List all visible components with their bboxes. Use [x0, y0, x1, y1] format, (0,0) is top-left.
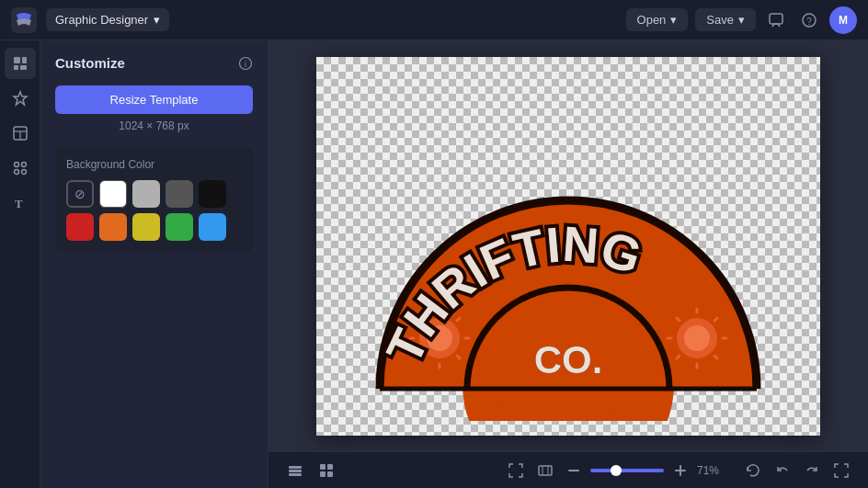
svg-rect-52 — [320, 471, 326, 477]
color-transparent[interactable]: ⊘ — [66, 180, 94, 208]
canvas-frame: THRIFTING THRIFTING CO. CO. — [316, 57, 820, 436]
svg-rect-7 — [20, 65, 27, 70]
rail-objects[interactable] — [5, 153, 36, 184]
grid-button[interactable] — [314, 459, 338, 482]
svg-rect-1 — [770, 14, 782, 24]
topbar-actions: Open ▾ Save ▾ ? M — [626, 6, 857, 34]
reset-view-button[interactable] — [741, 459, 765, 482]
open-chevron: ▾ — [670, 13, 677, 27]
color-white[interactable] — [99, 180, 127, 208]
fullscreen-button[interactable] — [829, 459, 853, 482]
open-label: Open — [637, 13, 667, 27]
resize-label: Resize Template — [110, 93, 199, 107]
save-label: Save — [706, 13, 734, 27]
svg-point-12 — [21, 163, 26, 167]
panel-header: Customize i — [55, 55, 253, 71]
zoom-in-button[interactable] — [669, 460, 691, 482]
zoom-controls: 71% — [504, 459, 730, 482]
svg-text:CO.: CO. — [534, 338, 603, 381]
topbar: Graphic Designer ▾ Open ▾ Save ▾ ? M — [0, 0, 868, 40]
svg-text:T: T — [15, 197, 23, 210]
svg-rect-6 — [14, 65, 18, 70]
color-light-gray[interactable] — [132, 180, 160, 208]
svg-line-29 — [457, 356, 460, 358]
redo-button[interactable] — [800, 459, 824, 482]
svg-line-38 — [677, 318, 680, 321]
svg-rect-48 — [289, 470, 302, 472]
svg-line-40 — [714, 318, 717, 321]
panel-title: Customize — [55, 55, 125, 71]
svg-rect-54 — [539, 466, 552, 475]
svg-point-14 — [21, 170, 26, 175]
svg-rect-4 — [14, 57, 20, 63]
color-green[interactable] — [166, 213, 193, 241]
undo-button[interactable] — [771, 459, 794, 482]
color-grid: ⊘ — [66, 180, 242, 241]
svg-line-41 — [677, 356, 680, 358]
help-button[interactable]: ? — [796, 7, 822, 33]
svg-text:i: i — [245, 60, 246, 69]
chat-button[interactable] — [763, 7, 789, 33]
side-panel: Customize i Resize Template 1024 × 768 p… — [40, 40, 268, 488]
color-blue[interactable] — [199, 213, 226, 241]
app-title-label: Graphic Designer — [55, 13, 148, 27]
svg-rect-5 — [22, 57, 27, 63]
rail-layout[interactable] — [5, 118, 36, 149]
canvas-area: THRIFTING THRIFTING CO. CO. — [268, 40, 868, 488]
color-red[interactable] — [66, 213, 94, 241]
background-color-label: Background Color — [66, 158, 242, 171]
svg-text:?: ? — [806, 16, 812, 26]
bottom-bar: 71% — [268, 451, 868, 488]
rail-text[interactable]: T — [5, 187, 36, 219]
svg-point-33 — [684, 325, 710, 351]
canvas-viewport[interactable]: THRIFTING THRIFTING CO. CO. — [268, 40, 868, 451]
rail-elements[interactable] — [5, 83, 36, 114]
save-button[interactable]: Save ▾ — [695, 8, 756, 31]
save-chevron: ▾ — [738, 13, 745, 27]
zoom-slider[interactable] — [590, 469, 664, 472]
color-dark-gray[interactable] — [166, 180, 193, 208]
open-button[interactable]: Open ▾ — [626, 8, 689, 31]
canvas-content: THRIFTING THRIFTING CO. CO. — [316, 57, 820, 436]
svg-point-11 — [14, 163, 18, 167]
color-black[interactable] — [199, 180, 226, 208]
svg-point-13 — [14, 170, 18, 175]
svg-rect-50 — [320, 464, 326, 470]
panel-info-button[interactable]: i — [238, 56, 253, 71]
main-layout: T Customize i Resize Template 1024 × 768… — [0, 40, 868, 488]
layers-button[interactable] — [283, 459, 307, 482]
color-orange[interactable] — [99, 213, 127, 241]
zoom-out-button[interactable] — [563, 460, 585, 482]
avatar-button[interactable]: M — [829, 6, 857, 34]
app-title-button[interactable]: Graphic Designer ▾ — [46, 8, 169, 31]
rail-templates[interactable] — [5, 48, 36, 79]
zoom-percent: 71% — [697, 464, 730, 477]
resize-template-button[interactable]: Resize Template — [55, 85, 253, 114]
svg-rect-51 — [327, 464, 333, 470]
app-title-chevron: ▾ — [154, 13, 160, 27]
bottom-left-controls — [283, 459, 338, 482]
svg-rect-47 — [289, 466, 302, 469]
app-logo — [11, 7, 37, 33]
bottom-right-controls — [741, 459, 853, 482]
svg-line-39 — [714, 356, 717, 358]
svg-rect-53 — [327, 471, 333, 477]
color-yellow[interactable] — [132, 213, 160, 241]
avatar-initials: M — [839, 14, 848, 27]
fit-canvas-button[interactable] — [504, 459, 528, 482]
svg-rect-49 — [289, 473, 302, 476]
icon-rail: T — [0, 40, 40, 488]
aspect-ratio-button[interactable] — [533, 459, 557, 482]
template-size: 1024 × 768 px — [55, 119, 253, 132]
